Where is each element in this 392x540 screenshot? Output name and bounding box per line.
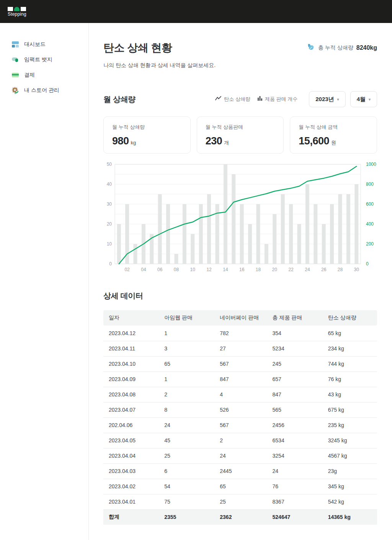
table-cell: 2023.04.01 (103, 494, 159, 509)
table-cell: 847 (267, 387, 323, 402)
page-title: 탄소 상쇄 현황 (103, 41, 172, 55)
card-monthly-product-sales: 월 누적 상품판매 230 개 (197, 116, 284, 154)
table-cell: 567 (214, 417, 267, 433)
leaf-icon (307, 43, 315, 53)
table-cell: 2023.04.02 (103, 479, 159, 494)
table-footer-cell: 2355 (159, 509, 214, 525)
table-cell: 782 (214, 326, 267, 341)
brand-logo-icon (8, 6, 26, 11)
chevron-down-icon: ▾ (369, 97, 371, 101)
card-value: 980 (112, 135, 129, 147)
table-cell: 76 (267, 479, 323, 494)
table-cell: 3245 kg (323, 433, 377, 448)
month-select[interactable]: 4월 ▾ (350, 91, 377, 107)
svg-text:600: 600 (366, 201, 374, 207)
table-cell: 2456 (267, 417, 323, 433)
svg-text:28: 28 (338, 267, 343, 272)
svg-text:20: 20 (107, 221, 112, 227)
legend-product-sales[interactable]: 제품 판매 개수 (257, 96, 297, 103)
table-cell: 2023.04.03 (103, 463, 159, 479)
svg-text:200: 200 (366, 241, 374, 247)
table-row: 2023.04.113275234234 kg (103, 341, 377, 356)
table-cell: 234 kg (323, 341, 377, 356)
svg-text:04: 04 (141, 267, 146, 272)
table-row: 2023.04.09184765776 kg (103, 371, 377, 387)
total-offset-label: 총 누적 상쇄량 (318, 44, 353, 51)
line-chart-icon (215, 96, 222, 103)
table-footer-row: 합계2355236252464714365 kg (103, 509, 377, 525)
badge-icon (11, 56, 19, 64)
table-cell: 2445 (214, 463, 267, 479)
year-select[interactable]: 2023년 ▾ (309, 91, 345, 107)
table-column-header: 네이버페이 판매 (214, 310, 267, 326)
table-row: 2023.04.0175258367542 kg (103, 494, 377, 509)
table-row: 2023.04.082484743 kg (103, 387, 377, 402)
table-row: 2023.04.12178235465 kg (103, 326, 377, 341)
table-cell: 345 kg (323, 479, 377, 494)
legend-carbon-offset[interactable]: 탄소 상쇄량 (215, 96, 250, 103)
table-cell: 6534 (267, 433, 323, 448)
svg-text:18: 18 (256, 267, 261, 272)
svg-text:14: 14 (223, 267, 228, 272)
sidebar: 대시보드 임팩트 뱃지 결제 (0, 23, 89, 540)
total-offset-badge: 총 누적 상쇄량 8240kg (307, 43, 377, 53)
table-cell: 542 kg (323, 494, 377, 509)
table-cell: 2023.04.11 (103, 341, 159, 356)
svg-text:0: 0 (109, 261, 112, 267)
brand-logo[interactable]: Stepping (8, 6, 26, 17)
table-cell: 5234 (267, 341, 323, 356)
total-offset-value: 8240kg (356, 44, 377, 51)
table-cell: 744 kg (323, 356, 377, 371)
card-label: 월 누적 상품판매 (206, 124, 275, 131)
table-column-header: 일자 (103, 310, 159, 326)
table-cell: 675 kg (323, 402, 377, 417)
detail-table: 일자아임웹 판매네이버페이 판매총 제품 판매탄소 상쇄량 2023.04.12… (103, 310, 377, 525)
table-footer-cell: 합계 (103, 509, 159, 525)
table-body: 2023.04.12178235465 kg2023.04.1132752342… (103, 326, 377, 525)
table-cell: 25 (214, 494, 267, 509)
table-footer-cell: 14365 kg (323, 509, 377, 525)
svg-text:16: 16 (239, 267, 245, 272)
svg-text:1000: 1000 (366, 162, 376, 167)
card-label: 월 누적 상쇄 금액 (299, 124, 368, 131)
table-cell: 24 (159, 417, 214, 433)
sidebar-item-impact-badge[interactable]: 임팩트 뱃지 (0, 52, 88, 67)
card-monthly-offset-amount: 월 누적 상쇄 금액 15,600 원 (290, 116, 377, 154)
table-cell: 526 (214, 402, 267, 417)
table-cell: 2023.04.12 (103, 326, 159, 341)
card-unit: 원 (331, 139, 336, 146)
table-row: 2023.04.078526565675 kg (103, 402, 377, 417)
table-cell: 75 (159, 494, 214, 509)
brand-name: Stepping (8, 11, 26, 17)
svg-text:24: 24 (305, 267, 310, 272)
table-row: 202.04.06245672456235 kg (103, 417, 377, 433)
table-column-header: 총 제품 판매 (267, 310, 323, 326)
sidebar-item-payment[interactable]: 결제 (0, 67, 88, 83)
table-footer-cell: 524647 (267, 509, 323, 525)
table-cell: 3254 (267, 448, 323, 463)
svg-text:30: 30 (354, 267, 359, 272)
sidebar-item-store-manage[interactable]: 내 스토어 관리 (0, 83, 88, 98)
table-cell: 4567 kg (323, 448, 377, 463)
table-cell: 565 (267, 402, 323, 417)
table-cell: 3 (159, 341, 214, 356)
svg-text:22: 22 (288, 267, 294, 272)
table-row: 2023.04.03624452423g (103, 463, 377, 479)
chart-legend: 탄소 상쇄량 제품 판매 개수 (215, 96, 297, 103)
table-cell: 25 (159, 448, 214, 463)
table-cell: 1 (159, 371, 214, 387)
table-cell: 65 (159, 356, 214, 371)
chevron-down-icon: ▾ (337, 97, 339, 101)
sidebar-item-dashboard[interactable]: 대시보드 (0, 37, 88, 52)
table-cell: 2 (214, 433, 267, 448)
table-cell: 202.04.06 (103, 417, 159, 433)
stat-cards: 월 누적 상쇄량 980 kg 월 누적 상품판매 230 개 월 누적 상쇄 … (103, 116, 377, 154)
table-header-row: 일자아임웹 판매네이버페이 판매총 제품 판매탄소 상쇄량 (103, 310, 377, 326)
svg-text:40: 40 (107, 182, 112, 187)
table-cell: 2023.04.07 (103, 402, 159, 417)
table-cell: 76 kg (323, 371, 377, 387)
table-cell: 24 (214, 448, 267, 463)
svg-text:02: 02 (124, 267, 130, 272)
svg-text:50: 50 (107, 162, 112, 167)
table-row: 2023.04.0545265343245 kg (103, 433, 377, 448)
